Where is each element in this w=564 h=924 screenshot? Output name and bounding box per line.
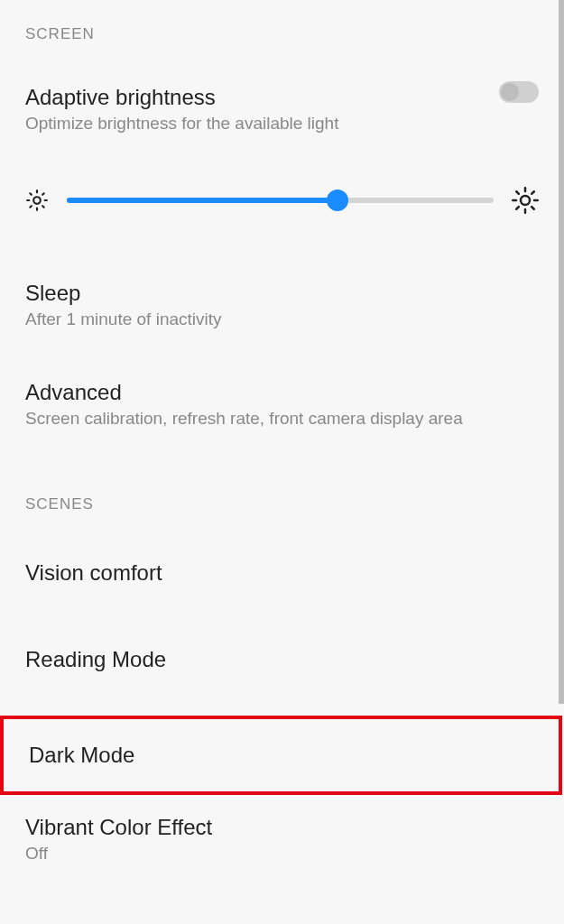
advanced-title: Advanced — [25, 380, 539, 405]
toggle-knob — [501, 83, 519, 101]
setting-sleep[interactable]: Sleep After 1 minute of inactivity — [25, 268, 539, 342]
section-header-scenes: SCENES — [25, 495, 539, 513]
scrollbar[interactable] — [559, 0, 564, 704]
setting-adaptive-brightness[interactable]: Adaptive brightness Optimize brightness … — [25, 72, 539, 146]
vibrant-subtitle: Off — [25, 844, 539, 864]
svg-line-7 — [30, 206, 32, 208]
settings-content: SCREEN Adaptive brightness Optimize brig… — [0, 0, 564, 876]
setting-advanced[interactable]: Advanced Screen calibration, refresh rat… — [25, 367, 539, 441]
svg-line-6 — [42, 206, 44, 208]
brightness-slider[interactable] — [67, 189, 494, 211]
dark-mode-title: Dark Mode — [29, 743, 535, 768]
vision-comfort-title: Vision comfort — [25, 560, 539, 586]
slider-thumb[interactable] — [327, 189, 348, 211]
svg-line-5 — [30, 193, 32, 195]
svg-line-8 — [42, 193, 44, 195]
svg-point-0 — [33, 197, 41, 204]
sleep-subtitle: After 1 minute of inactivity — [25, 310, 539, 329]
svg-line-14 — [516, 191, 519, 194]
setting-vision-comfort[interactable]: Vision comfort — [25, 542, 539, 604]
advanced-subtitle: Screen calibration, refresh rate, front … — [25, 409, 539, 429]
vibrant-title: Vibrant Color Effect — [25, 815, 539, 840]
svg-point-9 — [521, 196, 530, 205]
reading-mode-title: Reading Mode — [25, 647, 539, 672]
adaptive-brightness-title: Adaptive brightness — [25, 85, 539, 110]
brightness-slider-row — [25, 187, 539, 214]
sleep-title: Sleep — [25, 281, 539, 306]
svg-line-17 — [532, 191, 534, 194]
brightness-high-icon — [512, 187, 539, 214]
slider-fill — [67, 198, 337, 203]
adaptive-brightness-toggle[interactable] — [499, 81, 539, 103]
svg-line-15 — [532, 207, 534, 209]
adaptive-brightness-subtitle: Optimize brightness for the available li… — [25, 114, 539, 134]
section-header-screen: SCREEN — [25, 25, 539, 43]
svg-line-16 — [516, 207, 519, 209]
brightness-low-icon — [25, 189, 49, 212]
setting-vibrant-color[interactable]: Vibrant Color Effect Off — [25, 795, 539, 876]
setting-dark-mode[interactable]: Dark Mode — [0, 716, 562, 795]
setting-reading-mode[interactable]: Reading Mode — [25, 629, 539, 690]
